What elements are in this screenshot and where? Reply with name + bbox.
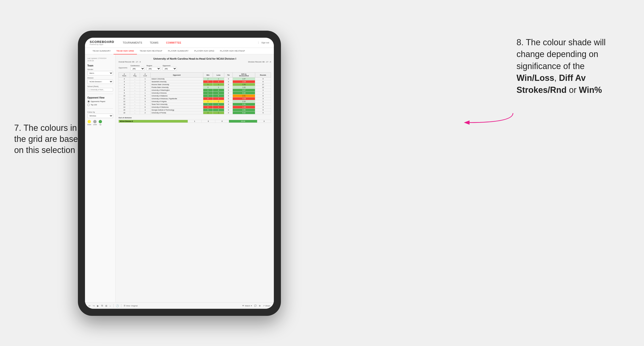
table-row: 15 - 4 Georgia Institute of Technology 5… (119, 109, 271, 112)
col-rounds: Rounds (255, 73, 271, 78)
logo-sub: Powered by clippd (90, 44, 114, 45)
radio-top-100[interactable]: Top 100 (87, 104, 113, 106)
view-original-button[interactable]: ☰ View: Original (124, 305, 138, 307)
table-row: 12 - 3 University of Virginia 1 2 0 2.33… (119, 100, 271, 103)
col-win: Win (203, 73, 213, 78)
clock-icon[interactable]: 🕐 (116, 305, 119, 307)
grid-area: University of North Carolina Head-to-Hea… (116, 54, 274, 302)
logo-area: SCOREBOARD Powered by clippd (90, 40, 114, 45)
filter-conference-select[interactable]: (All) (130, 67, 145, 70)
sub-nav-player-summary[interactable]: PLAYER SUMMARY (165, 48, 192, 54)
bottom-toolbar: ↩ ↪ ▶ ⧉ ⊞ – 🕐 ☰ View: Original 👁 Watch ▾… (85, 302, 274, 309)
table-row: 11 - 6 University of Arkansas, Fayettevi… (119, 97, 271, 100)
watch-button[interactable]: 👁 Watch ▾ (242, 305, 252, 307)
minus-icon[interactable]: – (110, 305, 111, 307)
add-icon[interactable]: ⊞ (105, 305, 107, 307)
table-row: 3 - 2 Vanderbilt University 0 4 0 -2.29 … (119, 80, 271, 83)
sidebar-division-label: Division (87, 77, 113, 79)
sidebar-gender-label: Gender (87, 68, 113, 70)
col-loss: Loss (213, 73, 224, 78)
sub-nav-team-summary[interactable]: TEAM SUMMARY (90, 48, 114, 54)
col-reg: #Reg (130, 73, 140, 78)
sidebar-last-updated: Last Updated: 27/03/2024 16:55:28 (87, 57, 113, 62)
filter-row: Opponents: Conference (All) Region (All) (118, 65, 271, 70)
table-row: 4 - 1 Arizona State University 5 1 0 2.2… (119, 83, 271, 86)
table-row: 14 - 6 University of Oklahoma 0 1 0 -1.0… (119, 106, 271, 109)
col-diff: Diff AvStrokes/Rnd (233, 73, 255, 78)
radio-dot-opponents-played (87, 100, 90, 103)
share-button[interactable]: ↗ Share (263, 305, 270, 307)
share-icon: ↗ (263, 305, 265, 307)
filter-conference: Conference (All) (130, 65, 145, 70)
legend-dot-up (99, 120, 102, 123)
view-icon: ☰ (124, 305, 125, 307)
legend-down: Down (87, 120, 91, 125)
col-tie: Tie (224, 73, 233, 78)
sub-nav-team-h2h-grid[interactable]: TEAM H2H GRID (114, 48, 137, 54)
out-of-division-row: NCAA Division II 1 0 0 26.00 3 (119, 120, 271, 123)
toolbar-right: 👁 Watch ▾ 💬 ⊞ ↗ Share (242, 305, 270, 307)
table-row: 16 - 2 University of Florida 3 1 0 6.62 … (119, 112, 271, 114)
ipad-screen: SCOREBOARD Powered by clippd TOURNAMENTS… (85, 38, 274, 309)
radio-opponents-played[interactable]: Opponents Played (87, 100, 113, 103)
sign-out-button[interactable]: Sign out (258, 41, 269, 44)
ipad-frame: SCOREBOARD Powered by clippd TOURNAMENTS… (78, 31, 281, 316)
col-opponent: Opponent (150, 73, 203, 78)
out-of-division-table: NCAA Division II 1 0 0 26.00 3 (118, 120, 271, 123)
division-record: Division Record: 88 - 17 - 0 (248, 61, 271, 63)
radio-dot-top-100 (87, 104, 90, 106)
filter-opponent: Opponent (All) (163, 65, 177, 70)
logo-text: SCOREBOARD (90, 40, 114, 44)
undo-icon[interactable]: ↩ (88, 305, 90, 307)
eye-icon: 👁 (242, 305, 244, 307)
opponents-label: Opponents: (118, 67, 128, 69)
sidebar-gender-select[interactable]: Men's (87, 71, 113, 75)
sidebar-school-label: School (Rank) (87, 85, 113, 87)
nav-bar: SCOREBOARD Powered by clippd TOURNAMENTS… (85, 38, 274, 48)
redo-icon[interactable]: ↪ (93, 305, 95, 307)
sub-nav-team-h2h-heatmap[interactable]: TEAM H2H HEATMAP (137, 48, 165, 54)
grid-button[interactable]: ⊞ (259, 305, 260, 307)
annotation-arrow-right (464, 111, 515, 125)
sidebar-division-select[interactable]: NCAA Division I (87, 79, 113, 84)
sub-nav-player-h2h-heatmap[interactable]: PLAYER H2H HEATMAP (217, 48, 248, 54)
sidebar-opponent-view-label: Opponent View (87, 96, 113, 99)
filter-region: Region (All) (146, 65, 161, 70)
table-row: 13 - 1 Texas Tech University 3 0 0 5.56 … (119, 103, 271, 106)
comment-button[interactable]: 💬 (254, 305, 256, 307)
sidebar: Last Updated: 27/03/2024 16:55:28 Team G… (85, 54, 116, 302)
nav-item-teams[interactable]: TEAMS (148, 40, 160, 45)
sidebar-colour-by-select[interactable]: Win/loss (87, 114, 113, 118)
legend-dot-down (88, 120, 91, 123)
sub-nav: TEAM SUMMARY TEAM H2H GRID TEAM H2H HEAT… (85, 48, 274, 54)
copy-icon[interactable]: ⧉ (101, 304, 103, 307)
toolbar-separator-1 (113, 304, 114, 307)
legend-dot-level (93, 120, 96, 123)
grid-title: University of North Carolina Head-to-Hea… (118, 57, 271, 60)
table-row: 6 - 2 Florida State University 4 2 0 1.8… (119, 86, 271, 89)
h2h-grid-table: #Rank #Reg #Conf Opponent Win Loss Tie D… (118, 72, 271, 114)
grid-subtitle: Overall Record: 89 - 17 - 0 Division Rec… (118, 61, 271, 63)
annotation-right: 8. The colour shade will change dependin… (516, 36, 630, 96)
forward-icon[interactable]: ▶ (97, 305, 99, 307)
out-of-division-label: Out of division (118, 117, 271, 119)
watch-chevron: ▾ (251, 305, 252, 307)
sidebar-colour-by-label: Colour by (87, 111, 113, 113)
main-content: Last Updated: 27/03/2024 16:55:28 Team G… (85, 54, 274, 302)
legend-up: Up (99, 120, 102, 125)
nav-item-tournaments[interactable]: TOURNAMENTS (121, 40, 144, 45)
col-conf: #Conf (140, 73, 150, 78)
sub-nav-player-h2h-grid[interactable]: PLAYER H2H GRID (192, 48, 217, 54)
nav-item-committee[interactable]: COMMITTEE (164, 40, 183, 45)
nav-items: TOURNAMENTS TEAMS COMMITTEE (121, 40, 254, 45)
table-row: 10 - 5 University of Alabama 3 0 0 2.61 … (119, 95, 271, 97)
table-row: 9 - 1 University of Arizona 1 0 0 9.00 2 (119, 92, 271, 95)
sidebar-team-label: Team (87, 64, 113, 67)
colour-legend: Down Level Up (87, 120, 113, 125)
toolbar-separator-2 (121, 304, 121, 307)
sidebar-school-display: 1. University of Nort... (87, 88, 113, 91)
legend-level: Level (93, 120, 97, 125)
filter-opponent-select[interactable]: (All) (163, 67, 177, 70)
opponent-view-radio-group: Opponents Played Top 100 (87, 100, 113, 106)
filter-region-select[interactable]: (All) (146, 67, 161, 70)
